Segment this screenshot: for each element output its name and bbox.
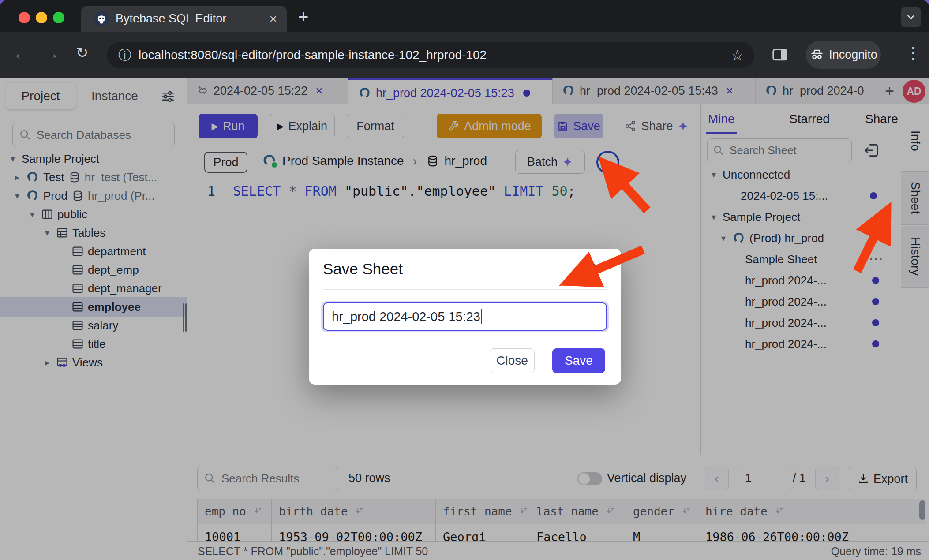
- chevron-down-icon: [905, 11, 917, 23]
- incognito-icon: [809, 47, 824, 62]
- forward-button[interactable]: →: [44, 46, 59, 61]
- url-bar[interactable]: ⓘ localhost:8080/sql-editor/prod-sample-…: [107, 42, 754, 68]
- bookmark-star-icon[interactable]: ☆: [731, 47, 744, 63]
- window-zoom-button[interactable]: [53, 12, 64, 23]
- dialog-close-icon[interactable]: ×: [587, 259, 596, 276]
- reload-button[interactable]: ↻: [76, 45, 89, 60]
- browser-menu-icon[interactable]: ⋮: [905, 45, 921, 61]
- side-panel-icon[interactable]: [771, 46, 789, 63]
- dialog-save-button[interactable]: Save: [552, 348, 605, 373]
- sheet-name-input[interactable]: hr_prod 2024-02-05 15:23: [323, 302, 607, 331]
- url-text: localhost:8080/sql-editor/prod-sample-in…: [139, 48, 487, 62]
- dialog-close-button[interactable]: Close: [490, 348, 535, 373]
- text-caret: [481, 309, 482, 324]
- browser-tab-close-icon[interactable]: ×: [269, 11, 277, 26]
- window-close-button[interactable]: [19, 12, 30, 23]
- bytebase-favicon: [94, 11, 109, 27]
- save-sheet-dialog: Save Sheet × hr_prod 2024-02-05 15:23 Cl…: [309, 249, 621, 385]
- browser-tab-title: Bytebase SQL Editor: [116, 12, 226, 26]
- browser-window: Bytebase SQL Editor × + ← → ↻ ⓘ localhos…: [0, 0, 929, 560]
- sheet-name-value: hr_prod 2024-02-05 15:23: [332, 310, 480, 324]
- incognito-label: Incognito: [829, 48, 877, 62]
- window-minimize-button[interactable]: [36, 12, 47, 23]
- browser-navbar: ← → ↻ ⓘ localhost:8080/sql-editor/prod-s…: [0, 32, 929, 78]
- browser-chrome: Bytebase SQL Editor × + ← → ↻ ⓘ localhos…: [0, 0, 929, 78]
- incognito-badge: Incognito: [806, 41, 881, 69]
- back-button[interactable]: ←: [13, 46, 28, 61]
- dialog-title: Save Sheet: [323, 260, 403, 278]
- dialog-divider: [323, 289, 607, 290]
- browser-tabstrip: Bytebase SQL Editor × +: [0, 0, 929, 32]
- new-tab-button[interactable]: +: [298, 8, 308, 26]
- tab-search-button[interactable]: [901, 7, 921, 27]
- site-info-icon[interactable]: ⓘ: [118, 46, 131, 64]
- bytebase-app: Project Instance ▾ Sample Project ▸ Test: [0, 78, 929, 560]
- browser-tab[interactable]: Bytebase SQL Editor ×: [81, 6, 287, 32]
